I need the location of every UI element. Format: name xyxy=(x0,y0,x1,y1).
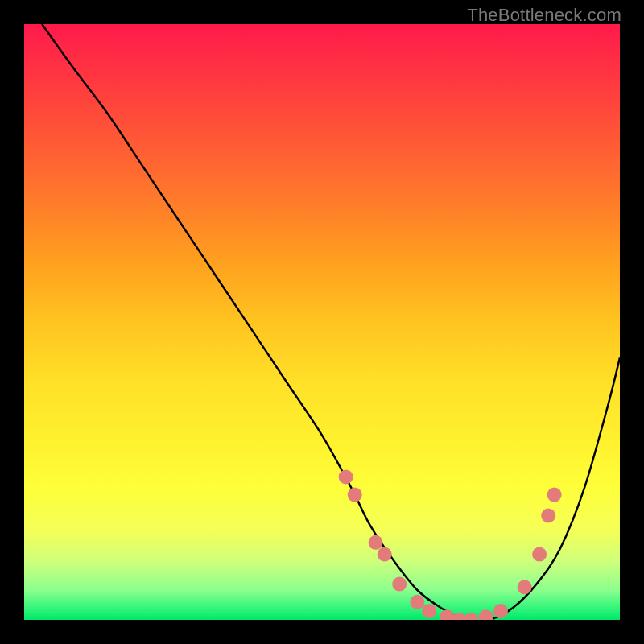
watermark-text: TheBottleneck.com xyxy=(467,5,621,26)
chart-container: TheBottleneck.com xyxy=(0,0,644,644)
gradient-background xyxy=(24,24,620,620)
plot-area xyxy=(24,24,620,620)
